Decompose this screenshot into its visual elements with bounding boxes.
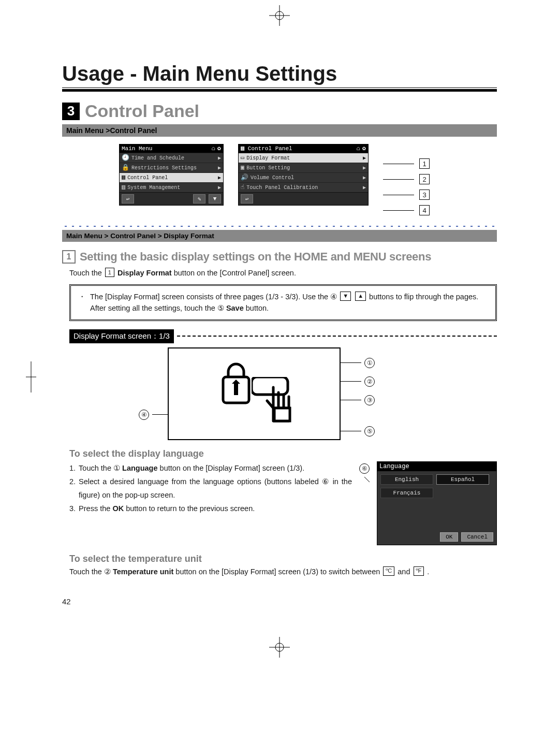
menu-item: Time and Schedule — [131, 155, 184, 161]
callout-column: 1 2 3 4 — [383, 144, 430, 215]
language-steps: 1. Touch the ① Language button on the [D… — [69, 461, 352, 545]
callout-circle-4: ④ — [139, 410, 149, 420]
menu-item: System Management — [127, 185, 180, 191]
figure-main-menu-screen: Main Menu ⌂ ✿ 🕘Time and Schedule▶ 🔒Restr… — [119, 144, 224, 206]
back-icon: ↩ — [122, 194, 134, 203]
ok-button: OK — [440, 532, 458, 542]
subsection-title: Setting the basic display settings on th… — [80, 250, 431, 264]
control-panel-title: Control Panel — [248, 146, 292, 152]
figure-language-popup: Language English Español Français OK Can… — [377, 461, 497, 545]
up-icon: ▲ — [355, 292, 366, 301]
screen-label: Display Format screen：1/3 — [69, 329, 174, 343]
chevron-right-icon: ▶ — [363, 175, 366, 181]
chevron-right-icon: ▶ — [363, 165, 366, 171]
cp-item: Touch Panel Calibration — [246, 185, 318, 191]
chapter-rule — [62, 88, 497, 92]
crop-mark-left — [26, 361, 36, 395]
svg-marker-10 — [232, 380, 240, 384]
callout-circle-1: ① — [364, 358, 375, 368]
note-box: ・ The [Display Format] screen consists o… — [69, 284, 497, 321]
home-icon: ⌂ — [212, 146, 215, 152]
touch-icon: ☝ — [241, 184, 244, 191]
menu-item: Restrictions Settings — [131, 165, 197, 171]
temperature-text: Touch the ② Temperature unit button on t… — [69, 566, 497, 578]
callout-1: 1 — [419, 158, 430, 169]
chapter-title: Usage - Main Menu Settings — [62, 62, 497, 85]
dashed-rule — [177, 336, 497, 337]
callout-3: 3 — [419, 190, 430, 200]
section-number-badge: 3 — [62, 103, 80, 120]
lock-icon: 🔒 — [122, 165, 129, 171]
lang-option-selected: Español — [436, 474, 489, 485]
system-icon: ▥ — [122, 184, 125, 191]
cp-item: Display Format — [246, 155, 290, 161]
callout-circle-6: ⑥ — [359, 463, 370, 474]
callout-circle-2: ② — [364, 376, 375, 387]
crop-mark-top — [269, 5, 290, 26]
svg-rect-11 — [252, 377, 288, 395]
breadcrumb: Main Menu >Control Panel — [62, 124, 497, 137]
dotted-divider — [62, 225, 497, 228]
volume-icon: 🔊 — [241, 175, 248, 181]
section-title: Control Panel — [85, 101, 199, 121]
hand-cursor-icon — [252, 377, 308, 429]
clock-icon: 🕘 — [122, 155, 129, 161]
chevron-right-icon: ▶ — [218, 155, 221, 161]
chevron-right-icon: ▶ — [363, 184, 366, 191]
display-format-diagram — [168, 347, 341, 440]
breadcrumb-2: Main Menu > Control Panel > Display Form… — [62, 230, 497, 242]
menu-item: Control Panel — [127, 175, 168, 181]
callout-4: 4 — [419, 205, 430, 215]
chevron-right-icon: ▶ — [363, 155, 366, 161]
chevron-right-icon: ▶ — [218, 184, 221, 191]
callout-circle-3: ③ — [364, 395, 375, 405]
chevron-right-icon: ▶ — [218, 165, 221, 171]
panel-icon: ▦ — [122, 175, 125, 181]
leader-line — [359, 477, 370, 487]
filter-icon: ▼ — [209, 194, 221, 203]
page-number: 42 — [62, 597, 71, 606]
celsius-key: ºC — [383, 566, 394, 576]
page-icon: ✎ — [193, 194, 205, 203]
svg-rect-9 — [234, 384, 238, 395]
popup-title: Language — [377, 462, 496, 471]
home-icon: ⌂ — [357, 146, 360, 152]
down-icon: ▼ — [340, 292, 351, 301]
button-icon: ▣ — [241, 165, 244, 171]
crop-mark-bottom — [269, 637, 290, 658]
svg-rect-12 — [274, 408, 290, 421]
subsection-number: 1 — [62, 250, 76, 264]
cp-item: Button Setting — [246, 165, 290, 171]
figure-control-panel-screen: ▦ Control Panel ⌂ ✿ ▭Display Format▶ ▣Bu… — [238, 144, 369, 206]
display-icon: ▭ — [241, 155, 244, 161]
lang-option: English — [380, 474, 433, 485]
run-icon: ✿ — [217, 146, 221, 152]
inline-number-box: 1 — [105, 268, 114, 277]
main-menu-title: Main Menu — [122, 146, 152, 152]
callout-circle-5: ⑤ — [364, 426, 375, 437]
callout-2: 2 — [419, 174, 430, 184]
lang-option: Français — [380, 488, 433, 498]
lock-icon — [218, 359, 254, 405]
svg-line-13 — [364, 477, 370, 482]
cancel-button: Cancel — [461, 532, 493, 542]
intro-text: Touch the 1 Display Format button on the… — [69, 268, 497, 279]
heading-language: To select the display language — [69, 448, 497, 459]
cp-item: Volume Control — [251, 175, 294, 181]
back-icon: ↩ — [241, 194, 253, 203]
run-icon: ✿ — [362, 146, 366, 152]
heading-temperature: To select the temperature unit — [69, 554, 497, 564]
panel-icon: ▦ — [241, 145, 244, 152]
chevron-right-icon: ▶ — [218, 175, 221, 181]
fahrenheit-key: ºF — [414, 566, 424, 576]
